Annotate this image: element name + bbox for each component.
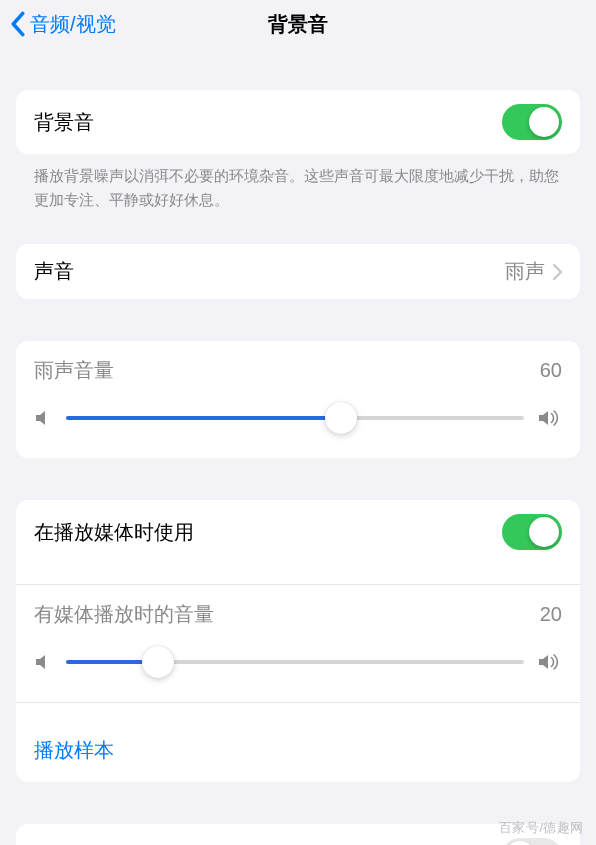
use-with-media-toggle[interactable]: [502, 514, 562, 550]
background-sound-description: 播放背景噪声以消弭不必要的环境杂音。这些声音可最大限度地减少干扰，助您更加专注、…: [16, 154, 580, 212]
lock-row: 锁定时停止声音: [16, 824, 580, 845]
sound-group: 声音 雨声: [16, 244, 580, 299]
sound-row-label: 声音: [34, 258, 505, 285]
use-with-media-label: 在播放媒体时使用: [34, 519, 502, 546]
volume-high-icon: [538, 409, 562, 427]
nav-back-button[interactable]: 音频/视觉: [10, 11, 116, 38]
rain-volume-slider[interactable]: [66, 402, 524, 434]
sound-row-value: 雨声: [505, 258, 545, 285]
background-sound-toggle[interactable]: [502, 104, 562, 140]
volume-high-icon: [538, 653, 562, 671]
media-volume-value: 20: [540, 603, 562, 626]
background-sound-label: 背景音: [34, 109, 502, 136]
navbar: 音频/视觉 背景音: [0, 0, 596, 48]
volume-low-icon: [34, 409, 52, 427]
nav-back-label: 音频/视觉: [30, 11, 116, 38]
chevron-left-icon: [10, 11, 26, 37]
watermark: 百家号/德趣网: [499, 819, 584, 837]
rain-volume-group: 雨声音量 60: [16, 341, 580, 458]
sound-row[interactable]: 声音 雨声: [16, 244, 580, 299]
lock-group: 锁定时停止声音: [16, 824, 580, 845]
media-volume-label: 有媒体播放时的音量: [34, 601, 540, 628]
background-sound-group: 背景音: [16, 90, 580, 154]
rain-volume-value: 60: [540, 359, 562, 382]
volume-low-icon: [34, 653, 52, 671]
media-volume-slider[interactable]: [66, 646, 524, 678]
media-group: 在播放媒体时使用 有媒体播放时的音量 20 播放样本: [16, 500, 580, 782]
background-sound-row: 背景音: [16, 90, 580, 154]
play-sample-button[interactable]: 播放样本: [34, 719, 562, 782]
rain-volume-label: 雨声音量: [34, 357, 540, 384]
chevron-right-icon: [553, 264, 562, 280]
lock-toggle[interactable]: [502, 838, 562, 845]
use-with-media-row: 在播放媒体时使用: [34, 500, 562, 564]
